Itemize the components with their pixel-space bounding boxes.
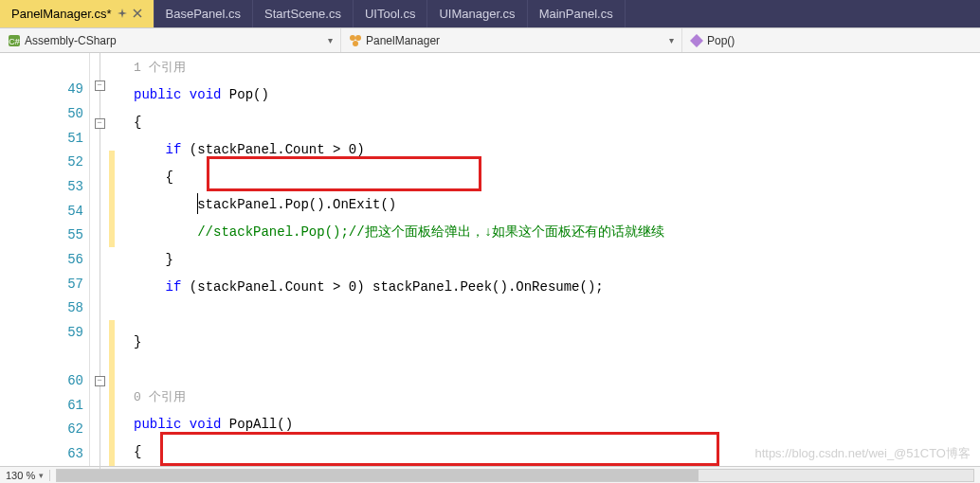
nav-method-dropdown[interactable]: Pop() xyxy=(682,28,980,52)
line-number xyxy=(0,53,83,78)
svg-point-4 xyxy=(353,41,358,46)
code-line[interactable]: } xyxy=(115,328,980,355)
code-line[interactable]: { xyxy=(115,163,980,190)
fold-guide-line xyxy=(100,211,100,239)
tab-uitool[interactable]: UITool.cs xyxy=(354,0,427,27)
file-tabs: PanelManager.cs* BasePanel.cs StartScene… xyxy=(0,0,980,28)
tab-mainpanel[interactable]: MainPanel.cs xyxy=(528,0,626,27)
code-line[interactable]: } xyxy=(115,245,980,273)
line-number: 49 xyxy=(0,78,83,102)
fold-cell xyxy=(100,156,100,184)
code-line[interactable]: stackPanel.Pop().OnExit() xyxy=(115,190,980,218)
code-area[interactable]: 1 个引用public void Pop(){ if (stackPanel.C… xyxy=(115,53,980,466)
codelens-reference[interactable]: 0 个引用 xyxy=(134,388,186,405)
line-number-gutter: 495051525354555657585960616263 xyxy=(0,53,90,466)
nav-method-label: Pop() xyxy=(707,34,735,47)
tab-basepanel[interactable]: BasePanel.cs xyxy=(154,0,254,27)
svg-point-2 xyxy=(350,35,355,41)
code-line[interactable]: if (stackPanel.Count > 0) stackPanel.Pee… xyxy=(115,273,980,300)
code-line[interactable]: 0 个引用 xyxy=(115,383,980,410)
tab-label: UIManager.cs xyxy=(439,7,515,21)
fold-guide-line xyxy=(100,321,100,349)
nav-project-label: Assembly-CSharp xyxy=(25,34,117,47)
fold-cell xyxy=(100,129,100,156)
pin-icon[interactable] xyxy=(118,7,127,21)
code-line[interactable]: public void Pop() xyxy=(115,80,980,108)
fold-toggle-icon[interactable]: − xyxy=(95,118,105,129)
chevron-down-icon: ▾ xyxy=(328,35,333,45)
chevron-down-icon: ▾ xyxy=(669,35,674,45)
codelens-reference[interactable]: 1 个引用 xyxy=(134,59,186,76)
line-number: 63 xyxy=(0,441,83,466)
fold-guide-line xyxy=(100,239,100,266)
code-line[interactable]: { xyxy=(115,438,980,465)
fold-cell xyxy=(100,349,100,376)
fold-guide-line xyxy=(100,266,100,294)
zoom-dropdown[interactable]: 130 % ▾ xyxy=(0,470,50,481)
csharp-project-icon: C# xyxy=(8,34,21,47)
tab-label: StartScene.cs xyxy=(264,7,341,21)
nav-class-label: PanelManager xyxy=(366,34,440,47)
tab-startscene[interactable]: StartScene.cs xyxy=(253,0,354,27)
fold-toggle-icon[interactable]: − xyxy=(95,376,105,386)
fold-guide-line xyxy=(100,414,100,441)
fold-guide-line xyxy=(100,184,100,211)
code-line[interactable]: 1 个引用 xyxy=(115,53,980,80)
zoom-label: 130 % xyxy=(6,470,35,481)
scrollbar-thumb[interactable] xyxy=(57,470,699,481)
line-number: 59 xyxy=(0,320,83,345)
fold-guide-line xyxy=(100,156,100,184)
line-number: 50 xyxy=(0,101,83,126)
tab-label: PanelManager.cs* xyxy=(11,7,112,21)
fold-cell xyxy=(100,414,100,441)
text-caret xyxy=(197,193,198,214)
code-line[interactable] xyxy=(115,300,980,328)
navigation-bar: C# Assembly-CSharp ▾ PanelManager ▾ Pop(… xyxy=(0,28,980,53)
fold-cell xyxy=(100,266,100,294)
fold-guide-line xyxy=(100,53,100,80)
svg-rect-5 xyxy=(690,34,703,47)
svg-point-3 xyxy=(355,35,361,41)
code-line[interactable]: //stackPanel.Pop();//把这个面板给弹出，↓如果这个面板还有的… xyxy=(115,218,980,245)
line-number: 52 xyxy=(0,151,83,175)
fold-guide-line xyxy=(100,349,100,376)
outline-gutter: −−− xyxy=(90,53,109,466)
line-number: 60 xyxy=(0,368,83,393)
tab-panelmanager[interactable]: PanelManager.cs* xyxy=(0,0,154,27)
code-line[interactable] xyxy=(115,355,980,383)
line-number: 55 xyxy=(0,223,83,247)
class-icon xyxy=(349,34,362,47)
code-line[interactable]: public void PopAll() xyxy=(115,410,980,438)
status-bar: 130 % ▾ xyxy=(0,466,980,483)
fold-guide-line xyxy=(100,386,100,414)
tab-label: MainPanel.cs xyxy=(539,7,613,21)
line-number: 54 xyxy=(0,199,83,224)
nav-class-dropdown[interactable]: PanelManager ▾ xyxy=(341,28,682,52)
fold-cell[interactable]: − xyxy=(95,80,105,91)
svg-text:C#: C# xyxy=(9,37,20,46)
fold-cell xyxy=(100,321,100,349)
code-line[interactable]: { xyxy=(115,108,980,135)
fold-guide-line xyxy=(100,91,100,118)
line-number xyxy=(0,345,83,369)
code-line[interactable]: if (stackPanel.Count > 0) xyxy=(115,135,980,163)
line-number: 57 xyxy=(0,272,83,296)
fold-guide-line xyxy=(100,441,100,469)
nav-project-dropdown[interactable]: C# Assembly-CSharp ▾ xyxy=(0,28,341,52)
fold-cell[interactable]: − xyxy=(95,118,105,129)
line-number: 62 xyxy=(0,418,83,442)
tab-uimanager[interactable]: UIManager.cs xyxy=(427,0,527,27)
horizontal-scrollbar[interactable] xyxy=(56,469,974,482)
code-line[interactable]: while (stackPanel.Count > 0) stackPanel.… xyxy=(115,465,980,466)
fold-cell xyxy=(100,386,100,414)
fold-cell xyxy=(100,441,100,469)
editor-area: 495051525354555657585960616263 −−− 1 个引用… xyxy=(0,53,980,466)
fold-cell[interactable]: − xyxy=(95,376,105,386)
line-number: 58 xyxy=(0,295,83,320)
close-icon[interactable] xyxy=(133,7,142,21)
fold-cell xyxy=(100,91,100,118)
line-number: 51 xyxy=(0,126,83,151)
fold-cell xyxy=(100,211,100,239)
fold-cell xyxy=(100,239,100,266)
fold-toggle-icon[interactable]: − xyxy=(95,80,105,91)
